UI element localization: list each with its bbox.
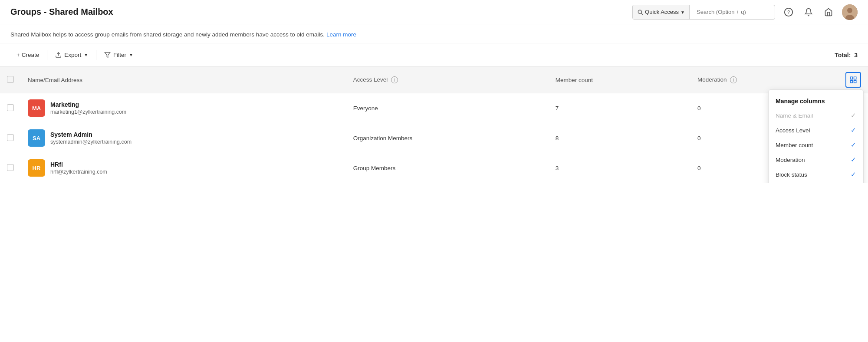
- column-check-icon: ✓: [851, 126, 856, 134]
- create-button[interactable]: + Create: [10, 49, 45, 61]
- search-bar: Quick Access ▼: [632, 5, 775, 20]
- column-item-label: Name & Email: [776, 112, 813, 119]
- column-items-container: Name & Email ✓ Access Level ✓ Member cou…: [769, 108, 863, 183]
- total-label: Total:: [835, 52, 851, 59]
- row-checkbox[interactable]: [7, 104, 14, 111]
- group-avatar: MA: [28, 99, 45, 117]
- group-name: Marketing: [50, 101, 126, 108]
- column-check-icon: ✓: [851, 141, 856, 149]
- row-checkbox-cell: [0, 153, 21, 183]
- name-cell-text: Marketing marketing1@zylkertraining.com: [50, 101, 126, 115]
- group-email: marketing1@zylkertraining.com: [50, 109, 126, 115]
- row-checkbox-cell: [0, 93, 21, 123]
- row-checkbox-cell: [0, 123, 21, 153]
- access-level-cell: Group Members: [346, 153, 549, 183]
- home-button[interactable]: [822, 6, 835, 19]
- toolbar-divider-2: [96, 50, 96, 60]
- svg-rect-11: [850, 81, 852, 83]
- filter-icon: [104, 52, 111, 58]
- manage-columns-button[interactable]: [845, 72, 861, 88]
- row-checkbox[interactable]: [7, 134, 14, 141]
- help-icon: ?: [784, 7, 793, 17]
- table-body: MA Marketing marketing1@zylkertraining.c…: [0, 93, 868, 183]
- column-toggle-item[interactable]: Name & Email ✓: [769, 108, 863, 123]
- access-level-cell: Organization Members: [346, 123, 549, 153]
- member-count-header: Member count: [549, 67, 690, 93]
- table-row: HR HRfl hrfl@zylkertraining.com Group Me…: [0, 153, 868, 183]
- column-check-icon: ✓: [851, 171, 856, 178]
- chevron-down-icon: ▼: [681, 10, 685, 15]
- manage-columns-title: Manage columns: [769, 93, 863, 108]
- filter-label: Filter: [113, 52, 126, 58]
- notification-button[interactable]: [802, 6, 815, 19]
- name-email-header: Name/Email Address: [21, 67, 346, 93]
- svg-text:?: ?: [787, 9, 790, 14]
- access-level-header: Access Level i: [346, 67, 549, 93]
- group-email: hrfl@zylkertraining.com: [50, 169, 107, 175]
- toolbar: + Create Export ▼ Filter ▼ Total: 3: [0, 43, 868, 67]
- total-count: 3: [854, 52, 858, 59]
- column-toggle-item[interactable]: Member count ✓: [769, 138, 863, 152]
- column-item-label: Moderation: [776, 157, 805, 163]
- group-name: HRfl: [50, 161, 107, 168]
- member-count-cell: 3: [549, 153, 690, 183]
- bell-icon: [804, 8, 813, 16]
- quick-access-button[interactable]: Quick Access ▼: [633, 5, 690, 19]
- toolbar-divider-1: [47, 50, 47, 60]
- filter-button[interactable]: Filter ▼: [98, 49, 139, 61]
- svg-line-1: [641, 13, 643, 14]
- member-count-cell: 8: [549, 123, 690, 153]
- table-header-row: Name/Email Address Access Level i Member…: [0, 67, 868, 93]
- column-toggle-item[interactable]: Access Level ✓: [769, 123, 863, 138]
- column-toggle-item[interactable]: Block status ✓: [769, 167, 863, 182]
- group-avatar: SA: [28, 129, 45, 147]
- page-title: Groups - Shared Mailbox: [10, 7, 113, 17]
- create-label: + Create: [16, 52, 39, 58]
- column-item-label: Access Level: [776, 127, 810, 134]
- row-checkbox[interactable]: [7, 164, 14, 171]
- access-level-info-icon[interactable]: i: [391, 76, 398, 83]
- help-button[interactable]: ?: [782, 6, 795, 19]
- column-toggle-item[interactable]: Moderation ✓: [769, 152, 863, 167]
- column-item-label: Member count: [776, 142, 813, 148]
- svg-point-0: [638, 10, 641, 13]
- column-toggle-item[interactable]: More actions ✓: [769, 182, 863, 183]
- svg-marker-8: [105, 53, 110, 57]
- total-count-display: Total: 3: [835, 52, 858, 59]
- export-button[interactable]: Export ▼: [49, 49, 94, 61]
- user-avatar-svg: [842, 4, 858, 20]
- name-cell: HR HRfl hrfl@zylkertraining.com: [21, 153, 346, 183]
- name-cell-text: HRfl hrfl@zylkertraining.com: [50, 161, 107, 175]
- svg-rect-10: [854, 77, 856, 79]
- svg-rect-9: [850, 77, 852, 79]
- group-avatar: HR: [28, 159, 45, 177]
- svg-rect-12: [854, 81, 856, 83]
- export-chevron: ▼: [84, 53, 88, 57]
- select-all-checkbox[interactable]: [7, 76, 14, 83]
- column-item-label: Block status: [776, 171, 807, 178]
- group-name: System Admin: [50, 131, 132, 138]
- header: Groups - Shared Mailbox Quick Access ▼ ?: [0, 0, 868, 24]
- moderation-info-icon[interactable]: i: [730, 76, 737, 83]
- quick-access-label: Quick Access: [645, 9, 679, 15]
- avatar[interactable]: [842, 4, 858, 20]
- export-label: Export: [64, 52, 81, 58]
- search-icon: [637, 9, 643, 15]
- filter-chevron: ▼: [129, 53, 133, 57]
- manage-columns-icon: [849, 76, 857, 84]
- name-cell: SA System Admin systemadmin@zylkertraini…: [21, 123, 346, 153]
- search-input[interactable]: [697, 9, 775, 15]
- info-text: Shared Mailbox helps to access group ema…: [10, 31, 325, 38]
- home-icon: [824, 8, 833, 16]
- name-cell: MA Marketing marketing1@zylkertraining.c…: [21, 93, 346, 123]
- table-container: Name/Email Address Access Level i Member…: [0, 67, 868, 183]
- header-icons: ?: [782, 4, 858, 20]
- checkbox-header: [0, 67, 21, 93]
- member-count-cell: 7: [549, 93, 690, 123]
- name-cell-text: System Admin systemadmin@zylkertraining.…: [50, 131, 132, 145]
- manage-columns-panel: Manage columns Name & Email ✓ Access Lev…: [768, 89, 864, 183]
- avatar-image: [842, 4, 858, 20]
- info-bar: Shared Mailbox helps to access group ema…: [0, 24, 868, 43]
- column-check-icon: ✓: [851, 156, 856, 164]
- learn-more-link[interactable]: Learn more: [326, 31, 356, 38]
